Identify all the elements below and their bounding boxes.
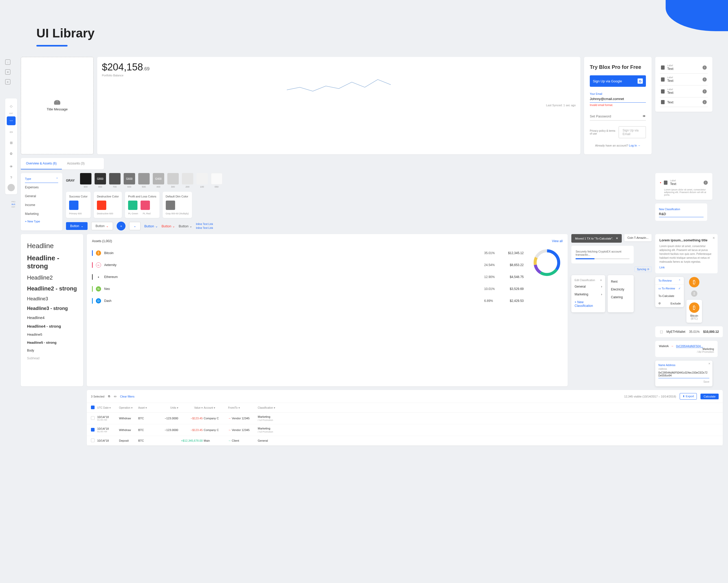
row-checkbox[interactable] [91, 416, 95, 420]
table-row[interactable]: 10/14/'1801:00 AM Withdraw BTC −123.0000… [87, 424, 723, 436]
coin-pill[interactable]: Coin T-Amazin... [624, 234, 652, 241]
export-button[interactable]: ⬇ Export [680, 393, 697, 400]
login-link[interactable]: Log In → [629, 144, 641, 147]
avatar[interactable] [7, 184, 15, 191]
select-all-checkbox[interactable] [91, 405, 95, 409]
cloud-upload-icon [54, 100, 60, 105]
save-button[interactable]: Save [658, 380, 709, 383]
clear-filters-button[interactable]: Clear filters [120, 395, 135, 398]
col-operation[interactable]: Operation ▾ [119, 405, 137, 410]
type-item[interactable]: General [25, 192, 58, 201]
text-button-blue[interactable]: Button ⌄ [144, 224, 158, 228]
row-checkbox[interactable] [91, 428, 95, 431]
nav-help-icon[interactable]: ? [7, 173, 16, 182]
new-type-button[interactable]: + New Type [25, 220, 58, 223]
text-button-gray[interactable]: Button ⌄ [179, 224, 192, 228]
text-button-red[interactable]: Button ⌄ [162, 224, 175, 228]
menu-item[interactable]: Electricity [608, 286, 634, 293]
dropdown-item[interactable]: ⊘ Exclude [655, 299, 684, 307]
asset-row[interactable]: DDash6.89%$2,429.53 [92, 295, 523, 307]
coin-icon-dim: ₿ [691, 290, 697, 297]
upload-dropzone[interactable]: Title Message [21, 57, 94, 154]
table-row[interactable]: 10/14/'18 Deposit BTC +$12,345,678.00 Ma… [87, 436, 723, 446]
inline-link[interactable]: Inline Text Link [196, 227, 213, 230]
col-value[interactable]: Value ▾ [179, 405, 203, 410]
tab-accounts[interactable]: Accounts (3) [62, 158, 89, 169]
info-icon[interactable]: i [704, 181, 708, 185]
dropdown-item[interactable]: ▭ To-Review✓ [655, 285, 684, 292]
sub-menu: Rent Electricity Catering [608, 275, 634, 312]
close-icon[interactable]: ✕ [712, 236, 715, 240]
swatch-300 [167, 173, 179, 184]
asset-row[interactable]: ♦Ethereum12.90%$4,548.75 [92, 271, 523, 283]
password-input[interactable] [590, 112, 643, 120]
table-row[interactable]: 10/14/'1801:00 AM Withdraw BTC −123.0000… [87, 413, 723, 424]
type-item[interactable]: Marketing [25, 209, 58, 218]
dropdown-item[interactable]: To-Calculate [655, 292, 684, 299]
nav-analytics-icon[interactable]: 〰 [7, 116, 16, 125]
list-icon[interactable]: ≡ [5, 79, 10, 84]
inline-link[interactable]: Inline Text Link [196, 223, 213, 226]
type-item[interactable]: Income [25, 201, 58, 209]
body-text: Body [27, 349, 77, 352]
nav-eye-icon[interactable]: 👁 [7, 162, 16, 171]
popover-body: Lorem ipsum dolor sit amet, consectetur … [659, 244, 713, 264]
col-classification[interactable]: Classification ▾ [258, 405, 719, 410]
type-item[interactable]: Expenses [25, 183, 58, 192]
col-fromto[interactable]: From/To ▾ [228, 405, 257, 410]
color-palette: GRAY 900 800 700 600 500 400 300 200 100… [66, 173, 652, 231]
transfer-address[interactable]: 0xC09544dA6F504... [676, 344, 703, 348]
menu-item[interactable]: Catering [608, 293, 634, 301]
menu-item[interactable]: General› [571, 283, 605, 290]
nav-settings-icon[interactable]: ⚙ [7, 149, 16, 158]
info-icon[interactable]: i [703, 89, 707, 94]
close-icon[interactable]: ✕ [600, 279, 602, 282]
tab-overview[interactable]: Overview & Assets (6) [21, 158, 62, 169]
wallet-row[interactable]: ⬚ MyETHWallet 35.01% $10,000.12 [655, 326, 723, 337]
nav-grid-icon[interactable]: ⊞ [7, 138, 16, 147]
label-detail-card: • LabelText i Lorem ipsum dolor sit amet… [655, 173, 712, 200]
asset-row[interactable]: ∞Aeternity24.54%$8,653.22 [92, 259, 523, 271]
view-all-link[interactable]: View all [552, 239, 563, 243]
chevron-up-icon[interactable]: ⌃ [56, 177, 58, 181]
policy-link[interactable]: Privacy policy & terms of use [590, 129, 616, 135]
asset-row[interactable]: NNeo10.01%$3,529.69 [92, 283, 523, 295]
nav-cube-icon[interactable]: ◇ [7, 102, 16, 110]
new-classification-button[interactable]: + New Classification [571, 298, 605, 310]
info-popover: ✕ Lorem ipsum...something title Lorem ip… [655, 234, 718, 273]
layers-icon[interactable]: ▭ [114, 395, 116, 398]
eye-icon[interactable]: 👁 [643, 114, 646, 118]
col-account[interactable]: Account ▾ [204, 405, 227, 410]
add-button[interactable]: + [116, 221, 126, 231]
arrow-right-icon: → [228, 428, 231, 431]
address-value[interactable]: 0xC09544dA6F50441c024ec150eCEDc72De558ce… [658, 370, 709, 378]
headline5-strong: Headline5 - strong [27, 341, 77, 344]
chevron-up-icon[interactable]: ⌃ [678, 279, 681, 283]
col-units[interactable]: Units ▾ [155, 405, 178, 410]
already-account: Already have an account? Log In → [590, 144, 646, 147]
outline-button[interactable]: Button ⌄ [91, 222, 113, 230]
col-asset[interactable]: Asset ▾ [138, 405, 154, 410]
col-date[interactable]: UTC Date ▾ [97, 405, 118, 410]
popover-link[interactable]: Link [659, 266, 665, 269]
asset-row[interactable]: ₿Bitcoin35.01%$12,345.12 [92, 247, 523, 259]
info-icon[interactable]: i [703, 77, 707, 82]
nav-user-icon[interactable]: ▭ [7, 127, 16, 136]
dropdown-only-button[interactable]: ⌄ [129, 222, 140, 230]
new-class-input[interactable] [659, 211, 704, 217]
calculate-button[interactable]: Calculate [700, 394, 719, 399]
menu-item[interactable]: Rent [608, 278, 634, 286]
primary-button[interactable]: Button ⌄ [66, 222, 87, 230]
delete-icon[interactable]: ✕ [5, 69, 10, 75]
row-checkbox[interactable] [91, 439, 95, 442]
email-input[interactable] [590, 95, 646, 103]
close-icon[interactable]: ✕ [616, 237, 618, 240]
close-icon[interactable]: ✕ [708, 362, 710, 365]
copy-icon[interactable]: ⧉ [108, 395, 110, 398]
menu-item[interactable]: Marketing› [571, 290, 605, 298]
signup-google-button[interactable]: Sign Up via Google G [590, 75, 646, 87]
info-icon[interactable]: i [703, 100, 707, 104]
download-icon[interactable]: ↓ [5, 59, 10, 65]
info-icon[interactable]: i [703, 65, 707, 70]
signup-email-button[interactable]: Sign Up via Email [619, 126, 646, 138]
